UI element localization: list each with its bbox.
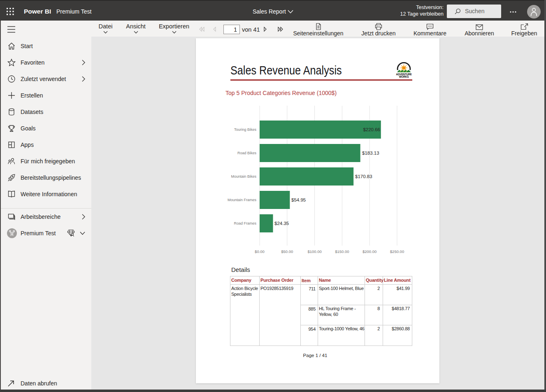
svg-text:$0.00: $0.00 (255, 249, 265, 254)
svg-text:$250.00: $250.00 (390, 249, 404, 254)
svg-text:$50.00: $50.00 (281, 249, 293, 254)
svg-text:$100.00: $100.00 (307, 249, 321, 254)
svg-text:$54.95: $54.95 (291, 197, 306, 202)
svg-text:$220.66: $220.66 (363, 127, 380, 132)
svg-text:Mountain Frames: Mountain Frames (228, 198, 257, 202)
svg-text:$183.13: $183.13 (362, 151, 379, 155)
svg-text:$24.35: $24.35 (274, 221, 289, 226)
svg-text:$170.83: $170.83 (355, 174, 372, 179)
svg-text:Road Frames: Road Frames (234, 221, 256, 225)
svg-text:Touring Bikes: Touring Bikes (234, 128, 257, 132)
svg-text:$200.00: $200.00 (362, 249, 376, 254)
svg-text:WORKS: WORKS (399, 75, 409, 78)
svg-text:Road Bikes: Road Bikes (237, 151, 257, 155)
svg-text:Mountain Bikes: Mountain Bikes (231, 174, 256, 179)
svg-text:$150.00: $150.00 (335, 249, 349, 254)
